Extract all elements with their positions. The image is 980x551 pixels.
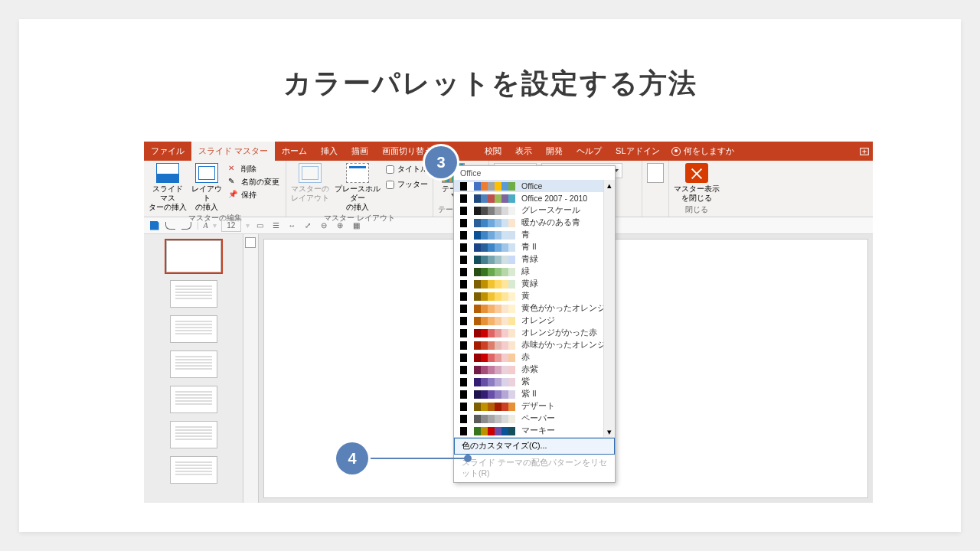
tell-me-label: 何をしますか: [684, 145, 734, 157]
scheme-swatch: [460, 256, 515, 264]
title-checkbox-label: タイトル: [397, 164, 428, 174]
qat-tool-4[interactable]: ⤢: [302, 220, 314, 231]
scheme-option[interactable]: 暖かみのある青: [454, 217, 615, 229]
thumbnail-layout[interactable]: [170, 315, 217, 343]
scheme-name: Office 2007 - 2010: [521, 194, 587, 203]
scheme-option[interactable]: 黄緑: [454, 278, 615, 290]
preserve-icon: 📌: [228, 190, 239, 201]
scheme-swatch: [460, 427, 515, 435]
qat-tool-1[interactable]: ▭: [254, 220, 266, 231]
tab-review[interactable]: 校閲: [478, 142, 508, 161]
ribbon-group-close: マスター表示 を閉じる 閉じる: [669, 161, 724, 217]
tab-home[interactable]: ホーム: [275, 142, 314, 161]
slide-card: カラーパレットを設定する方法 ファイル スライド マスター ホーム 挿入 描画 …: [19, 19, 961, 532]
scroll-down-button[interactable]: ▾: [604, 426, 615, 437]
tab-draw[interactable]: 描画: [345, 142, 375, 161]
qat-tool-5[interactable]: ▦: [351, 220, 362, 231]
ribbon-group-master-edit: スライド マス ターの挿入 レイアウト の挿入 ✕削除 ✎名前の変更 📌保持 マ…: [144, 161, 286, 217]
scheme-option[interactable]: 赤紫: [454, 364, 615, 376]
scheme-option[interactable]: 赤味がかったオレンジ: [454, 339, 615, 351]
tab-sladdin[interactable]: SLアドイン: [609, 142, 666, 161]
zoom-out-button[interactable]: ⊖: [318, 220, 330, 231]
layout-icon: [195, 163, 218, 183]
scheme-name: ペーパー: [521, 413, 555, 424]
close-master-view-button[interactable]: マスター表示 を閉じる: [674, 163, 720, 203]
thumbnail-layout[interactable]: [170, 456, 217, 484]
lightbulb-icon: [671, 147, 681, 156]
redo-button[interactable]: [181, 220, 192, 231]
scheme-option[interactable]: オレンジがかった赤: [454, 327, 615, 339]
reset-colors-menuitem: スライド テーマの配色パターンをリセット(R): [454, 455, 615, 482]
font-size-box[interactable]: 12: [221, 220, 241, 232]
scheme-option[interactable]: Office: [454, 180, 615, 192]
scheme-option[interactable]: Office 2007 - 2010: [454, 192, 615, 204]
scheme-scrollbar[interactable]: ▴ ▾: [603, 180, 615, 437]
scheme-swatch: [460, 305, 515, 313]
insert-layout-label: レイアウト の挿入: [190, 184, 224, 212]
tab-file[interactable]: ファイル: [144, 142, 191, 161]
scheme-name: 紫 II: [521, 389, 537, 399]
tab-help[interactable]: ヘルプ: [570, 142, 609, 161]
insert-layout-button[interactable]: レイアウト の挿入: [190, 163, 224, 212]
scheme-name: 赤: [521, 352, 530, 363]
rename-label: 名前の変更: [241, 177, 279, 187]
insert-placeholder-button[interactable]: プレースホルダー の挿入: [332, 163, 383, 212]
thumbnail-layout[interactable]: [170, 280, 217, 308]
color-scheme-dropdown: Office OfficeOffice 2007 - 2010グレースケール暖か…: [453, 165, 616, 483]
delete-button[interactable]: ✕削除: [227, 163, 281, 175]
thumbnail-master[interactable]: [166, 240, 221, 272]
scheme-option[interactable]: 青 II: [454, 241, 615, 253]
thumbnail-layout[interactable]: [170, 386, 217, 413]
scroll-up-button[interactable]: ▴: [604, 180, 615, 191]
ruler-knob[interactable]: [245, 237, 256, 248]
scheme-footer: 色のカスタマイズ(C)... スライド テーマの配色パターンをリセット(R): [454, 437, 615, 482]
zoom-in-button[interactable]: ⊕: [335, 220, 346, 231]
share-button[interactable]: [856, 142, 873, 161]
save-icon: [150, 221, 159, 230]
scheme-option[interactable]: オレンジ: [454, 315, 615, 327]
tab-slide-master[interactable]: スライド マスター: [191, 142, 275, 161]
scheme-option[interactable]: 黄: [454, 290, 615, 302]
scheme-name: 赤紫: [521, 364, 538, 375]
save-button[interactable]: [149, 220, 160, 231]
scheme-option[interactable]: 緑: [454, 266, 615, 278]
scheme-option[interactable]: 黄色がかったオレンジ: [454, 302, 615, 315]
scheme-swatch: [460, 268, 515, 276]
scheme-option[interactable]: 青: [454, 229, 615, 241]
tab-insert[interactable]: 挿入: [314, 142, 345, 161]
customize-colors-menuitem[interactable]: 色のカスタマイズ(C)...: [454, 438, 615, 455]
scheme-option[interactable]: マーキー: [454, 425, 615, 437]
scheme-option[interactable]: デザート: [454, 400, 615, 412]
scheme-option[interactable]: ペーパー: [454, 412, 615, 425]
slide-master-icon: [156, 163, 179, 183]
qat-tool-3[interactable]: ↔: [286, 220, 298, 231]
title-checkbox[interactable]: タイトル: [386, 163, 428, 175]
scheme-swatch: [460, 219, 515, 227]
tell-me-search[interactable]: 何をしますか: [671, 142, 734, 161]
scheme-name: オレンジ: [521, 315, 555, 326]
tab-view[interactable]: 表示: [508, 142, 539, 161]
insert-slide-master-button[interactable]: スライド マス ターの挿入: [149, 163, 187, 212]
scheme-option[interactable]: 紫 II: [454, 388, 615, 400]
scheme-option[interactable]: 青緑: [454, 253, 615, 266]
scheme-name: 青 II: [521, 242, 537, 253]
scheme-name: 暖かみのある青: [521, 217, 580, 228]
preserve-button[interactable]: 📌保持: [227, 189, 281, 201]
scheme-list[interactable]: OfficeOffice 2007 - 2010グレースケール暖かみのある青青青…: [454, 180, 615, 437]
master-layout-icon: [299, 163, 322, 183]
rename-button[interactable]: ✎名前の変更: [227, 176, 281, 188]
thumbnail-layout[interactable]: [170, 350, 217, 378]
rename-icon: ✎: [228, 177, 239, 187]
scheme-option[interactable]: 赤: [454, 351, 615, 364]
preserve-label: 保持: [241, 190, 256, 201]
footer-checkbox[interactable]: フッター: [386, 178, 428, 191]
footer-checkbox-label: フッター: [397, 179, 428, 190]
scheme-option[interactable]: 紫: [454, 376, 615, 388]
qat-tool-2[interactable]: ☰: [270, 220, 282, 231]
scheme-swatch: [460, 341, 515, 350]
undo-button[interactable]: [165, 220, 176, 231]
tab-developer[interactable]: 開発: [539, 142, 570, 161]
scheme-option[interactable]: グレースケール: [454, 204, 615, 217]
slide-thumbnails-pane[interactable]: [144, 234, 243, 503]
thumbnail-layout[interactable]: [170, 421, 217, 448]
